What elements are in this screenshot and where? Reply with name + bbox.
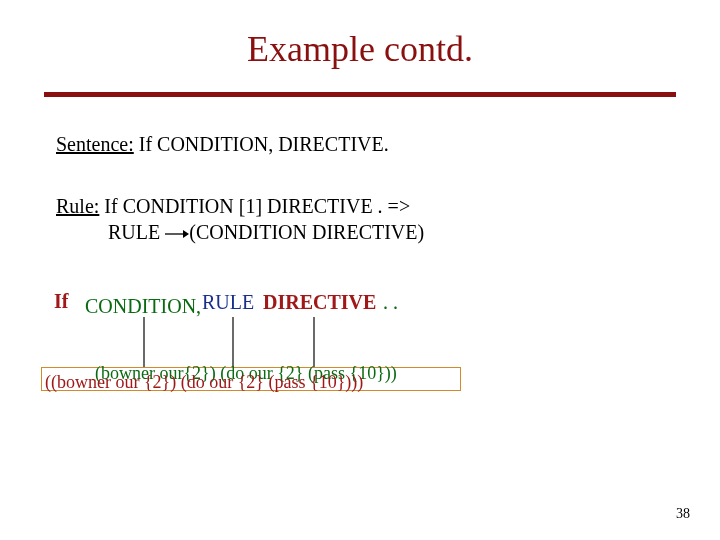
lisp-expr-bottom: ((bowner our {2}) (do our {2} (pass {10}… <box>45 372 363 393</box>
sentence-line: Sentence: If CONDITION, DIRECTIVE. <box>56 133 389 156</box>
connector-line-2 <box>232 317 234 367</box>
connector-line-1 <box>143 317 145 367</box>
token-directive: DIRECTIVE <box>263 291 376 314</box>
page-number: 38 <box>676 506 690 522</box>
connector-line-3 <box>313 317 315 367</box>
arrow-icon <box>165 222 189 245</box>
title-rule <box>44 92 676 97</box>
sentence-body: If CONDITION, DIRECTIVE. <box>134 133 389 155</box>
token-rule: RULE <box>202 291 254 314</box>
rule-line-2-paren: (CONDITION DIRECTIVE) <box>189 221 424 243</box>
token-condition: CONDITION, <box>85 295 201 318</box>
rule-line-2: RULE (CONDITION DIRECTIVE) <box>108 221 424 244</box>
rule-line-1: Rule: If CONDITION [1] DIRECTIVE . => <box>56 195 410 218</box>
svg-marker-1 <box>183 230 189 238</box>
rule-line-1-body: If CONDITION [1] DIRECTIVE . => <box>99 195 410 217</box>
rule-line-2-rule: RULE <box>108 221 165 243</box>
token-dots: . . <box>383 291 398 314</box>
sentence-label: Sentence: <box>56 133 134 155</box>
slide-title: Example contd. <box>0 28 720 70</box>
rule-label: Rule: <box>56 195 99 217</box>
token-if: If <box>54 290 68 313</box>
slide: Example contd. Sentence: If CONDITION, D… <box>0 0 720 540</box>
